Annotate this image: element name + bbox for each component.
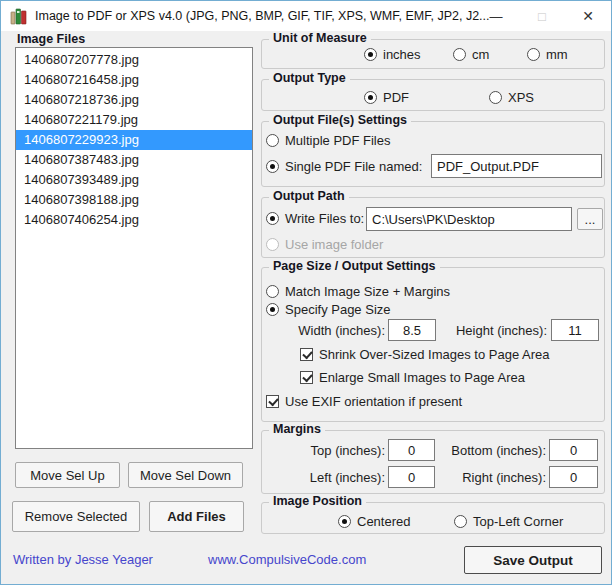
list-item[interactable]: 1406807406254.jpg (16, 210, 252, 230)
radio-circle-icon[interactable] (364, 48, 377, 61)
radio-circle-icon[interactable] (453, 48, 466, 61)
radio-circle-icon[interactable] (266, 212, 279, 225)
radio-write-files-to[interactable]: Write Files to: (266, 211, 364, 226)
radio-mm[interactable]: mm (527, 47, 568, 62)
close-icon[interactable]: ✕ (565, 1, 611, 31)
list-item[interactable]: 1406807387483.jpg (16, 150, 252, 170)
radio-label: Multiple PDF Files (285, 133, 390, 148)
margin-bottom-input[interactable] (549, 439, 598, 461)
list-item[interactable]: 1406807218736.jpg (16, 90, 252, 110)
list-item[interactable]: 1406807221179.jpg (16, 110, 252, 130)
checkbox-icon[interactable] (300, 348, 313, 361)
margin-left-label: Left (inches): (261, 470, 385, 485)
maximize-icon: □ (519, 1, 565, 31)
radio-label: Use image folder (285, 237, 383, 252)
radio-label: Write Files to: (285, 211, 364, 226)
margin-bottom-label: Bottom (inches): (421, 443, 546, 458)
group-title: Unit of Measure (269, 31, 371, 45)
radio-multiple-pdf[interactable]: Multiple PDF Files (266, 133, 390, 148)
group-title: Output Path (269, 189, 349, 203)
radio-inches[interactable]: inches (364, 47, 421, 62)
radio-specify-page-size[interactable]: Specify Page Size (266, 302, 391, 317)
radio-label: XPS (508, 90, 534, 105)
radio-circle-icon[interactable] (266, 134, 279, 147)
radio-circle-icon[interactable] (266, 303, 279, 316)
width-input[interactable] (388, 319, 436, 341)
margin-right-label: Right (inches): (421, 470, 546, 485)
radio-circle-icon[interactable] (338, 515, 351, 528)
checkbox-icon[interactable] (266, 395, 279, 408)
radio-match-image-size[interactable]: Match Image Size + Margins (266, 284, 450, 299)
list-item[interactable]: 1406807207778.jpg (16, 50, 252, 70)
radio-label: mm (546, 47, 568, 62)
radio-label: Match Image Size + Margins (285, 284, 450, 299)
list-item[interactable]: 1406807393489.jpg (16, 170, 252, 190)
window-controls: — □ ✕ (473, 1, 611, 31)
radio-circle-icon[interactable] (266, 160, 279, 173)
margin-right-input[interactable] (549, 466, 598, 488)
checkbox-label: Use EXIF orientation if present (285, 394, 462, 409)
group-output-type: Output Type (261, 79, 605, 111)
radio-xps[interactable]: XPS (489, 90, 534, 105)
image-file-list[interactable]: 1406807207778.jpg1406807216458.jpg140680… (15, 47, 253, 449)
radio-label: Top-Left Corner (473, 514, 563, 529)
list-item[interactable]: 1406807398188.jpg (16, 190, 252, 210)
app-window: Image to PDF or XPS v4.0 (JPG, PNG, BMP,… (0, 0, 612, 585)
move-sel-up-button[interactable]: Move Sel Up (15, 462, 120, 488)
checkbox-label: Shrink Over-Sized Images to Page Area (319, 347, 550, 362)
radio-circle-icon[interactable] (454, 515, 467, 528)
radio-circle-icon[interactable] (489, 91, 502, 104)
width-label: Width (inches): (261, 323, 385, 338)
group-title: Image Position (269, 494, 366, 508)
radio-centered[interactable]: Centered (338, 514, 410, 529)
radio-circle-icon[interactable] (266, 285, 279, 298)
author-credit-link[interactable]: Written by Jesse Yeager (13, 552, 153, 567)
checkbox-icon[interactable] (300, 371, 313, 384)
app-icon (10, 8, 27, 25)
radio-single-pdf[interactable]: Single PDF File named: (266, 159, 422, 174)
radio-top-left-corner[interactable]: Top-Left Corner (454, 514, 563, 529)
group-title: Page Size / Output Settings (269, 259, 440, 273)
checkbox-exif-orientation[interactable]: Use EXIF orientation if present (266, 394, 462, 409)
radio-use-image-folder: Use image folder (266, 237, 383, 252)
group-title: Margins (269, 422, 325, 436)
remove-selected-button[interactable]: Remove Selected (12, 501, 140, 532)
radio-label: Centered (357, 514, 410, 529)
save-output-button[interactable]: Save Output (464, 546, 602, 574)
height-input[interactable] (551, 319, 599, 341)
checkbox-label: Enlarge Small Images to Page Area (319, 370, 525, 385)
radio-label: inches (383, 47, 421, 62)
radio-label: PDF (383, 90, 409, 105)
group-title: Output File(s) Settings (269, 113, 411, 127)
image-files-label: Image Files (17, 32, 85, 46)
add-files-button[interactable]: Add Files (149, 501, 244, 532)
radio-label: Single PDF File named: (285, 159, 422, 174)
radio-cm[interactable]: cm (453, 47, 489, 62)
group-title: Output Type (269, 71, 350, 85)
minimize-icon[interactable]: — (473, 1, 519, 31)
list-item[interactable]: 1406807216458.jpg (16, 70, 252, 90)
radio-label: Specify Page Size (285, 302, 391, 317)
website-link[interactable]: www.CompulsiveCode.com (208, 552, 366, 567)
browse-button[interactable]: ... (577, 208, 603, 230)
titlebar: Image to PDF or XPS v4.0 (JPG, PNG, BMP,… (1, 1, 611, 31)
single-pdf-filename-input[interactable] (431, 154, 602, 178)
radio-pdf[interactable]: PDF (364, 90, 409, 105)
margin-top-label: Top (inches): (261, 443, 385, 458)
checkbox-shrink-oversized[interactable]: Shrink Over-Sized Images to Page Area (300, 347, 550, 362)
checkbox-enlarge-small[interactable]: Enlarge Small Images to Page Area (300, 370, 525, 385)
radio-circle-icon[interactable] (364, 91, 377, 104)
radio-circle-icon[interactable] (527, 48, 540, 61)
window-title: Image to PDF or XPS v4.0 (JPG, PNG, BMP,… (35, 9, 490, 23)
radio-circle-icon (266, 238, 279, 251)
move-sel-down-button[interactable]: Move Sel Down (128, 462, 243, 488)
list-item[interactable]: 1406807229923.jpg (16, 130, 252, 150)
height-label: Height (inches): (441, 323, 547, 338)
radio-label: cm (472, 47, 489, 62)
output-path-input[interactable] (366, 207, 572, 231)
